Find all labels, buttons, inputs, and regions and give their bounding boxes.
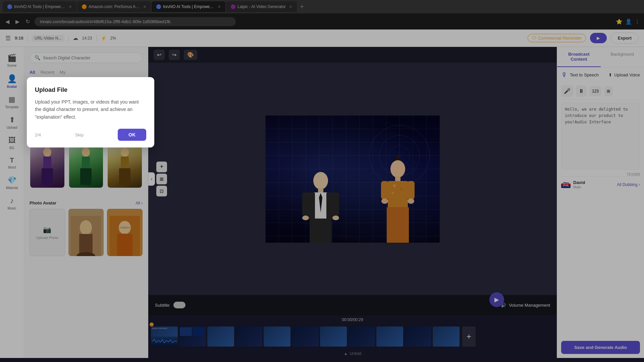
subtitle-toggle[interactable] — [173, 302, 185, 308]
timeline-item-5[interactable] — [264, 326, 290, 347]
timeline-add-button[interactable]: + — [462, 326, 476, 347]
collapse-panel-button[interactable]: ‹ — [148, 172, 155, 186]
reload-button[interactable]: ↻ — [24, 17, 31, 26]
play-button-header[interactable]: ▶ — [590, 33, 607, 43]
upload-photo-card[interactable]: 📷 Upload Photo — [30, 209, 65, 256]
sidebar-item-template[interactable]: ▦ Template — [0, 93, 24, 112]
back-button[interactable]: ◀ — [4, 17, 11, 26]
unfold-chevron-icon: ▲ — [344, 351, 348, 356]
timeline-item-4[interactable] — [235, 326, 262, 347]
avatar-card-5[interactable] — [68, 142, 104, 189]
color-button[interactable]: 🎨 — [184, 50, 197, 60]
address-bar[interactable] — [35, 17, 236, 26]
search-input[interactable] — [43, 55, 138, 60]
sidebar-item-bg[interactable]: 🖼 BG — [0, 133, 24, 153]
sidebar-item-upload[interactable]: ⬆ Upload — [0, 113, 24, 132]
svg-rect-53 — [332, 192, 339, 216]
play-icon: ▶ — [597, 36, 600, 41]
photo-all-link[interactable]: All › — [136, 201, 143, 205]
extensions-button[interactable]: ⭐ — [616, 18, 623, 25]
timeline-item-11[interactable] — [433, 326, 460, 347]
profile-button[interactable]: 👤 — [625, 18, 632, 25]
photo-card-monk[interactable] — [107, 209, 143, 256]
dubbing-label-text: All Dubbing — [617, 182, 637, 187]
browser-tab-2[interactable]: Amazon.com: PreSonus Audio... ✕ — [77, 1, 151, 12]
sidebar-item-avatar[interactable]: 👤 Avatar — [0, 71, 24, 91]
tab-close-2[interactable]: ✕ — [143, 5, 146, 9]
unfold-bar[interactable]: ▲ Unfold — [148, 349, 557, 358]
browser-tab-1[interactable]: InnAIO AI Tools | Empower Co... ✕ — [3, 1, 76, 12]
voice-name: David — [573, 180, 585, 185]
save-time: 14:23 — [82, 36, 92, 41]
tab-close-1[interactable]: ✕ — [69, 5, 72, 9]
fit-button[interactable]: ⊡ — [156, 186, 167, 196]
timeline-item-3[interactable] — [207, 326, 234, 347]
timeline-item-10[interactable] — [405, 326, 431, 347]
timeline-item-2[interactable] — [179, 326, 206, 347]
timeline-item-9[interactable] — [376, 326, 403, 347]
right-panel-tabs: Broadcast Content Background — [557, 47, 644, 67]
forward-button[interactable]: ▶ — [14, 17, 21, 26]
timeline-item-6[interactable] — [292, 326, 319, 347]
modal-ok-button[interactable]: OK — [118, 129, 146, 141]
svg-point-34 — [396, 156, 400, 160]
charge-pct: 2% — [110, 36, 116, 41]
grid-button[interactable]: ⊞ — [156, 174, 167, 184]
browser-tab-4[interactable]: Laipic - AI Video Generator ✕ — [226, 1, 297, 12]
split-button[interactable]: ⊞ — [604, 86, 613, 96]
timeline-item-1[interactable]: Audio Interface — [151, 326, 178, 347]
photo-avatar-section: Photo Avatar All › 📷 Upload Photo — [24, 198, 148, 259]
upload-voice-button[interactable]: ⬆ Upload Voice — [608, 72, 640, 77]
more-button[interactable]: ⋮ — [635, 18, 640, 25]
browser-tab-3[interactable]: InnAIO AI Tools | Empower Co... ✕ — [152, 1, 225, 12]
search-icon: 🔍 — [35, 55, 40, 60]
modal-skip-button[interactable]: Skip — [75, 132, 84, 137]
tts-text-area[interactable]: Hello, we are delighted to introduce our… — [561, 103, 640, 170]
tts-row: 🎙 Text to Speech ⬆ Upload Voice — [561, 71, 640, 78]
timeline-item-8[interactable] — [348, 326, 375, 347]
redo-button[interactable]: ↪ — [169, 50, 180, 60]
cloud-icon: ☁ — [73, 35, 78, 41]
svg-point-12 — [82, 147, 90, 157]
search-box[interactable]: 🔍 — [30, 52, 143, 63]
timeline-wrapper: Audio Interface — [148, 324, 557, 349]
tab-close-3[interactable]: ✕ — [218, 5, 221, 9]
play-center-button[interactable]: ▶ — [489, 292, 504, 307]
avatar-card-4[interactable] — [30, 142, 65, 189]
template-icon: ▦ — [8, 95, 15, 104]
app-header: ☰ 9:16 URL-Video N... ☁ 14:23 ⚡ 2% 🛡 Com… — [0, 29, 644, 47]
sidebar-item-scene[interactable]: 🎬 Scene — [0, 51, 24, 70]
play-pause-button[interactable]: ⏸ — [576, 85, 587, 97]
photo-card-mona[interactable] — [68, 209, 104, 256]
modal-counter: 2/4 — [35, 132, 41, 137]
modal-body: Upload your PPT, images, or videos that … — [35, 98, 146, 121]
new-tab-button[interactable]: + — [298, 2, 307, 12]
record-button[interactable]: 🎤 — [561, 85, 573, 97]
flag-icon: 🇬🇧 — [561, 181, 571, 188]
save-generate-button[interactable]: Save and Generate Audio — [561, 341, 640, 354]
hamburger-menu[interactable]: ☰ — [5, 35, 11, 42]
volume-area[interactable]: 🔊 Volume Management — [501, 303, 550, 308]
subtitle-bar: Subtitle ▶ 🔊 Volume Management — [148, 295, 557, 315]
dubbing-label[interactable]: All Dubbing › — [617, 182, 640, 187]
undo-button[interactable]: ↩ — [154, 50, 165, 60]
sidebar-label-music: Music — [7, 206, 16, 210]
counter-button[interactable]: 123 — [589, 86, 601, 96]
tab-background[interactable]: Background — [601, 47, 644, 67]
tab-broadcast-content[interactable]: Broadcast Content — [557, 47, 601, 67]
tab-close-4[interactable]: ✕ — [289, 5, 292, 9]
canvas-toolbar: ↩ ↪ 🎨 — [148, 47, 557, 63]
photo-avatar-title: Photo Avatar — [30, 200, 56, 205]
sidebar-item-music[interactable]: ♪ Music — [0, 194, 24, 213]
export-button[interactable]: Export — [611, 33, 639, 44]
avatar-card-6[interactable] — [107, 142, 143, 189]
bg-icon: 🖼 — [8, 136, 16, 145]
tab-label-2: Amazon.com: PreSonus Audio... — [89, 4, 140, 9]
timeline-item-7[interactable] — [320, 326, 347, 347]
svg-point-55 — [332, 216, 339, 220]
commercial-reminder[interactable]: 🛡 Commercial Reminder — [528, 34, 586, 42]
sidebar-item-word[interactable]: T Word — [0, 154, 24, 172]
svg-rect-17 — [119, 168, 130, 185]
sidebar-item-material[interactable]: 💎 Material — [0, 173, 24, 192]
zoom-in-button[interactable]: + — [156, 162, 167, 172]
